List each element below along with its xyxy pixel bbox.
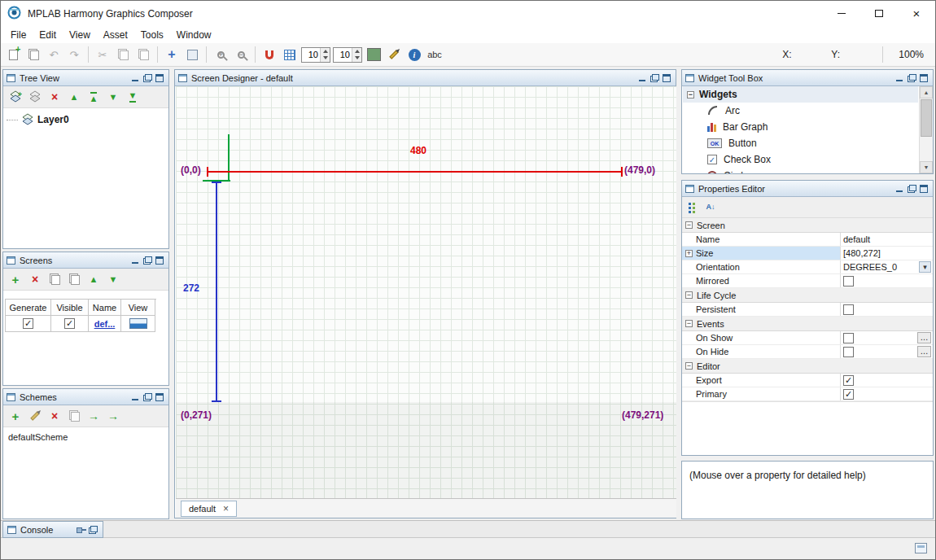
move-to-bottom-button[interactable]: ▼ xyxy=(126,90,139,104)
property-value[interactable]: default xyxy=(843,234,870,244)
delete-layer-button[interactable]: × xyxy=(48,90,61,104)
tree-view-header[interactable]: Tree View xyxy=(3,70,168,86)
export-checkbox[interactable] xyxy=(843,375,854,386)
import-scheme-button[interactable]: → xyxy=(107,409,120,423)
screen-up-button[interactable]: ▲ xyxy=(87,272,100,287)
property-row-primary[interactable]: Primary xyxy=(682,387,933,401)
designer-header[interactable]: Screen Designer - default xyxy=(175,70,676,86)
spin-down-icon[interactable] xyxy=(352,55,361,62)
collapse-icon[interactable] xyxy=(685,320,693,327)
menu-tools[interactable]: Tools xyxy=(134,28,170,42)
layer-name[interactable]: Layer0 xyxy=(37,114,69,125)
property-row-on-hide[interactable]: On Hide … xyxy=(682,345,933,359)
spin-up-icon[interactable] xyxy=(321,48,330,55)
window-maximize-button[interactable] xyxy=(860,1,898,26)
screen-name-link[interactable]: def... xyxy=(94,319,116,329)
move-to-top-button[interactable]: ▲ xyxy=(87,90,100,104)
panel-float-icon[interactable] xyxy=(142,256,153,265)
panel-float-icon[interactable] xyxy=(88,525,98,535)
delete-scheme-button[interactable]: × xyxy=(48,409,61,423)
panel-maximize-icon[interactable] xyxy=(919,73,929,83)
redo-button[interactable]: ↷ xyxy=(65,46,83,63)
menu-view[interactable]: View xyxy=(63,28,97,42)
widget-item-bar-graph[interactable]: Bar Graph xyxy=(683,119,918,135)
panel-minimize-icon[interactable] xyxy=(894,73,905,83)
cut-button[interactable]: ✂ xyxy=(94,46,112,63)
paste-button[interactable] xyxy=(134,46,152,63)
collapse-icon[interactable] xyxy=(685,221,693,229)
panel-maximize-icon[interactable] xyxy=(919,184,929,194)
panel-float-icon[interactable] xyxy=(142,73,153,83)
property-row-size[interactable]: Size [480,272] xyxy=(682,247,933,260)
alphabetical-sort-button[interactable]: A↓ xyxy=(704,200,717,215)
panel-maximize-icon[interactable] xyxy=(662,73,672,83)
column-header-generate[interactable]: Generate xyxy=(6,300,51,316)
menu-asset[interactable]: Asset xyxy=(97,28,134,42)
new-screen-button[interactable] xyxy=(4,46,22,63)
screen-down-button[interactable]: ▼ xyxy=(107,272,120,287)
grid-width-spinner[interactable] xyxy=(301,47,330,63)
column-header-name[interactable]: Name xyxy=(89,300,121,316)
panel-float-icon[interactable] xyxy=(907,73,917,83)
color-swatch-button[interactable] xyxy=(365,46,383,63)
panel-minimize-icon[interactable] xyxy=(894,184,905,194)
panel-float-icon[interactable] xyxy=(650,73,660,83)
design-canvas[interactable]: 480 272 (0,0) (479,0) (0,271) (479,271) xyxy=(176,86,676,500)
move-button[interactable]: + xyxy=(163,46,181,63)
duplicate-screen-button[interactable] xyxy=(68,272,81,287)
scrollbar-thumb[interactable] xyxy=(921,99,932,137)
zoom-in-button[interactable]: + xyxy=(212,46,230,63)
property-group-life-cycle[interactable]: Life Cycle xyxy=(682,288,933,303)
panel-float-icon[interactable] xyxy=(142,392,153,402)
widget-list-scrollbar[interactable]: ▲ ▼ xyxy=(919,86,933,173)
screens-header[interactable]: Screens xyxy=(3,252,168,269)
on-hide-checkbox[interactable] xyxy=(843,347,854,357)
edit-button[interactable] xyxy=(385,46,403,63)
copy-screen-button[interactable] xyxy=(48,272,61,287)
persistent-checkbox[interactable] xyxy=(843,304,854,315)
console-panel-tab[interactable]: Console xyxy=(2,521,103,538)
move-up-button[interactable]: ▲ xyxy=(68,90,81,104)
schemes-header[interactable]: Schemes xyxy=(3,389,168,405)
add-scheme-button[interactable]: + xyxy=(9,409,22,423)
menu-window[interactable]: Window xyxy=(170,28,218,42)
delete-screen-button[interactable]: × xyxy=(28,272,42,287)
property-value[interactable]: [480,272] xyxy=(843,248,881,258)
widget-item-button[interactable]: OK Button xyxy=(683,135,918,151)
abc-text-button[interactable]: abc xyxy=(426,46,444,63)
panel-minimize-icon[interactable] xyxy=(637,73,648,83)
on-show-ellipsis-button[interactable]: … xyxy=(917,332,931,343)
on-hide-ellipsis-button[interactable]: … xyxy=(917,346,931,357)
visible-checkbox[interactable] xyxy=(64,318,75,329)
grid-toggle-button[interactable] xyxy=(281,46,299,63)
grid-width-input[interactable] xyxy=(302,48,320,62)
panel-minimize-icon[interactable] xyxy=(130,256,141,265)
chevron-down-icon[interactable]: ▾ xyxy=(919,261,931,273)
panel-maximize-icon[interactable] xyxy=(155,256,165,265)
property-row-orientation[interactable]: Orientation DEGREES_0 ▾ xyxy=(682,260,933,274)
add-screen-button[interactable]: + xyxy=(9,272,22,287)
copy-button[interactable] xyxy=(114,46,132,63)
tree-item-layer0[interactable]: Layer0 xyxy=(7,113,165,126)
layer-options-button[interactable] xyxy=(28,90,42,104)
duplicate-screen-button[interactable] xyxy=(24,46,42,63)
spin-up-icon[interactable] xyxy=(352,48,361,55)
property-row-export[interactable]: Export xyxy=(682,374,933,387)
property-row-persistent[interactable]: Persistent xyxy=(682,303,933,317)
edit-scheme-button[interactable] xyxy=(28,409,42,423)
widget-item-arc[interactable]: Arc xyxy=(683,103,918,119)
scroll-down-icon[interactable]: ▼ xyxy=(920,161,933,173)
panel-minimize-icon[interactable] xyxy=(130,392,141,402)
panel-float-icon[interactable] xyxy=(907,184,917,194)
move-down-button[interactable]: ▼ xyxy=(107,90,120,104)
tab-close-icon[interactable]: × xyxy=(223,503,229,514)
grid-height-spinner[interactable] xyxy=(333,47,362,63)
collapse-icon[interactable] xyxy=(687,91,694,98)
restore-window-icon[interactable] xyxy=(915,543,927,553)
properties-header[interactable]: Properties Editor xyxy=(682,181,933,197)
primary-checkbox[interactable] xyxy=(843,389,854,400)
property-group-editor[interactable]: Editor xyxy=(682,359,933,374)
tab-default[interactable]: default × xyxy=(181,501,237,517)
property-group-screen[interactable]: Screen xyxy=(682,218,933,233)
property-row-mirrored[interactable]: Mirrored xyxy=(682,274,933,288)
